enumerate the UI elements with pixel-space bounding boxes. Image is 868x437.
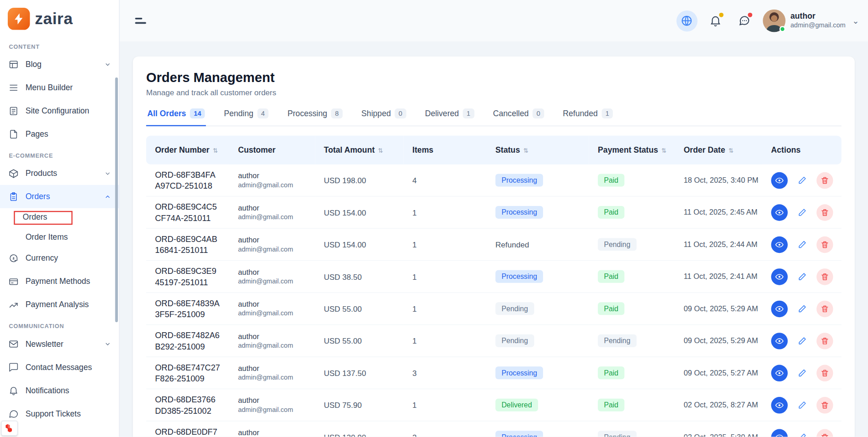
column-header-total-amount[interactable]: Total Amount⇅: [315, 136, 403, 165]
debugbar-toggle[interactable]: [1, 421, 17, 436]
view-order-button[interactable]: [771, 365, 787, 381]
column-header-status[interactable]: Status⇅: [487, 136, 589, 165]
sidebar-item-menu-builder[interactable]: Menu Builder: [0, 76, 119, 99]
tab-cancelled[interactable]: Cancelled0: [492, 103, 545, 126]
tab-delivered[interactable]: Delivered1: [424, 103, 475, 126]
edit-order-button[interactable]: [794, 333, 810, 349]
user-menu[interactable]: author admin@gmail.com ⌄: [763, 10, 860, 32]
sidebar-item-contact-messages[interactable]: Contact Messages: [0, 355, 119, 379]
tab-count-badge: 14: [190, 108, 205, 118]
table-row: ORD-68DE3766DD385-251002 authoradmin@gma…: [146, 389, 842, 421]
sidebar-subitem-order-items[interactable]: Order Items: [0, 227, 119, 246]
sidebar-item-currency[interactable]: Currency: [0, 247, 119, 270]
view-order-button[interactable]: [771, 268, 787, 285]
view-order-button[interactable]: [771, 396, 787, 413]
edit-order-button[interactable]: [794, 236, 810, 252]
content-area: Orders Management Manage and track all c…: [119, 41, 868, 437]
sidebar-item-support-tickets[interactable]: Support Tickets: [0, 402, 119, 425]
edit-order-button[interactable]: [794, 268, 810, 285]
view-order-button[interactable]: [771, 300, 787, 317]
order-date: 02 Oct, 2025, 8:27 AM: [675, 389, 762, 421]
status-badge: Pending: [495, 302, 534, 315]
items-count: 3: [404, 357, 487, 389]
section-label-communication: COMMUNICATION: [0, 316, 119, 332]
sidebar-subitem-orders[interactable]: Orders: [0, 208, 119, 228]
sort-icon: ⇅: [662, 147, 667, 154]
edit-order-button[interactable]: [794, 204, 810, 221]
column-header-order-date[interactable]: Order Date⇅: [675, 136, 762, 165]
customer-name: author: [238, 428, 306, 437]
edit-order-button[interactable]: [794, 396, 810, 413]
edit-order-button[interactable]: [794, 172, 810, 188]
notifications-icon: [8, 385, 19, 396]
tab-count-badge: 0: [533, 108, 544, 118]
chevron-down-icon: [104, 61, 111, 68]
view-order-button[interactable]: [771, 172, 787, 188]
customer-email: admin@gmail.com: [238, 213, 306, 221]
edit-order-button[interactable]: [794, 365, 810, 381]
site-configuration-icon: [8, 105, 19, 116]
order-date: 09 Oct, 2025, 5:27 AM: [675, 357, 762, 389]
sidebar-item-payment-analysis[interactable]: Payment Analysis: [0, 293, 119, 316]
edit-order-button[interactable]: [794, 429, 810, 437]
sidebar-scrollbar-thumb[interactable]: [115, 77, 118, 322]
customer-email: admin@gmail.com: [238, 342, 306, 350]
sidebar-item-pages[interactable]: Pages: [0, 122, 119, 145]
delete-order-button[interactable]: [817, 429, 833, 437]
sidebar-item-blog[interactable]: Blog: [0, 52, 119, 76]
delete-order-button[interactable]: [817, 172, 833, 188]
tab-all-orders[interactable]: All Orders14: [146, 103, 206, 126]
tab-count-badge: 1: [463, 108, 474, 118]
view-order-button[interactable]: [771, 333, 787, 349]
order-number: ORD-68E9C3E945197-251011: [155, 266, 220, 287]
customer-name: author: [238, 268, 306, 276]
sidebar-item-orders[interactable]: Orders: [0, 185, 119, 208]
delete-order-button[interactable]: [817, 333, 833, 349]
tab-processing[interactable]: Processing8: [287, 103, 344, 126]
customer-name: author: [238, 364, 306, 372]
table-body: ORD-68F3B4FAA97CD-251018 authoradmin@gma…: [146, 165, 842, 437]
total-amount: USD 130.90: [315, 421, 403, 437]
notifications-bell-button[interactable]: [705, 10, 726, 31]
edit-order-button[interactable]: [794, 300, 810, 317]
items-count: 2: [404, 421, 487, 437]
sidebar-item-site-configuration[interactable]: Site Configuration: [0, 99, 119, 122]
sidebar-item-label: Contact Messages: [26, 363, 92, 371]
tab-pending[interactable]: Pending4: [223, 103, 270, 126]
delete-order-button[interactable]: [817, 268, 833, 285]
order-date: 11 Oct, 2025, 2:45 AM: [675, 196, 762, 228]
tab-label: Cancelled: [493, 109, 529, 118]
column-header-payment-status[interactable]: Payment Status⇅: [589, 136, 675, 165]
total-amount: USD 75.90: [315, 389, 403, 421]
delete-order-button[interactable]: [817, 204, 833, 221]
sidebar-item-newsletter[interactable]: Newsletter: [0, 332, 119, 355]
customer-name: author: [238, 332, 306, 340]
column-label: Payment Status: [598, 146, 658, 154]
sidebar-item-products[interactable]: Products: [0, 162, 119, 185]
column-header-order-number[interactable]: Order Number⇅: [146, 136, 229, 165]
view-order-button[interactable]: [771, 429, 787, 437]
delete-order-button[interactable]: [817, 300, 833, 317]
tab-shipped[interactable]: Shipped0: [360, 103, 407, 126]
tab-label: Pending: [224, 109, 253, 118]
delete-order-button[interactable]: [817, 365, 833, 381]
table-header-row: Order Number⇅ Customer Total Amount⇅ Ite…: [146, 136, 842, 165]
customer-email: admin@gmail.com: [238, 406, 306, 414]
status-badge: Processing: [495, 174, 543, 186]
delete-order-button[interactable]: [817, 396, 833, 413]
brand-logo[interactable]: zaira: [0, 0, 119, 36]
sidebar-item-notifications[interactable]: Notifications: [0, 379, 119, 402]
table-row: ORD-68E9C3E945197-251011 authoradmin@gma…: [146, 261, 842, 293]
tab-refunded[interactable]: Refunded1: [562, 103, 614, 126]
payment-status-badge: Paid: [598, 399, 624, 411]
sidebar-toggle-icon[interactable]: [133, 16, 149, 26]
view-order-button[interactable]: [771, 204, 787, 221]
items-count: 1: [404, 325, 487, 357]
sidebar-item-label: Menu Builder: [26, 83, 73, 92]
tab-label: All Orders: [147, 109, 186, 118]
delete-order-button[interactable]: [817, 236, 833, 252]
messages-button[interactable]: [734, 10, 755, 31]
view-order-button[interactable]: [771, 236, 787, 252]
language-globe-button[interactable]: [676, 10, 697, 31]
sidebar-item-payment-methods[interactable]: Payment Methods: [0, 270, 119, 293]
